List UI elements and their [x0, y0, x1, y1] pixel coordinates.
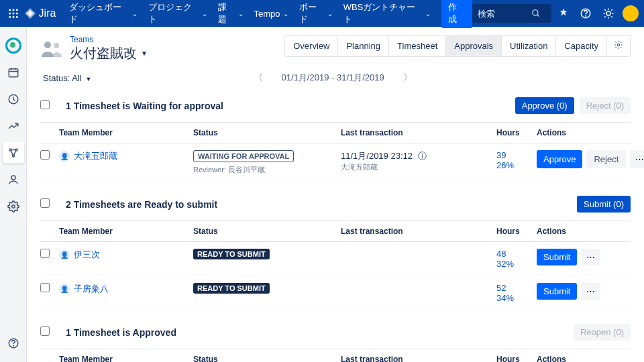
- table-row: 👤伊三次 READY TO SUBMIT 4832% Submit⋯: [40, 242, 631, 276]
- sidebar-help-icon[interactable]: [3, 333, 24, 354]
- section-select-all-checkbox[interactable]: [40, 326, 50, 336]
- member-link[interactable]: 👤大滝五郎蔵: [59, 150, 193, 162]
- transaction-date: 11/1月/2019 23:12ⓘ: [341, 150, 496, 162]
- svg-point-29: [54, 43, 59, 48]
- user-avatar[interactable]: [623, 5, 639, 21]
- hours-percent[interactable]: 26%: [496, 160, 537, 170]
- row-action-button[interactable]: Reject: [586, 150, 626, 168]
- member-link[interactable]: 👤子房粂八: [59, 283, 193, 295]
- nav-item[interactable]: プロジェクト⌄: [143, 0, 213, 27]
- search-icon: [531, 9, 541, 18]
- col-header-status: Status: [193, 355, 341, 362]
- section-action-button: Reopen (0): [574, 324, 631, 341]
- more-actions-button[interactable]: ⋯: [581, 283, 600, 300]
- section-select-all-checkbox[interactable]: [40, 198, 50, 208]
- col-header-status: Status: [193, 227, 341, 236]
- svg-line-10: [537, 15, 539, 17]
- section-action-button[interactable]: Submit (0): [577, 196, 631, 213]
- tabs: OverviewPlanningTimesheetApprovalsUtiliz…: [284, 35, 631, 57]
- col-header-member: Team Member: [59, 227, 193, 236]
- sidebar-reports-icon[interactable]: [3, 115, 24, 137]
- tab-capacity[interactable]: Capacity: [556, 36, 607, 56]
- row-checkbox[interactable]: [40, 283, 50, 292]
- notifications-icon[interactable]: [553, 3, 574, 24]
- team-name-dropdown[interactable]: 火付盗賊改 ▼: [70, 44, 148, 62]
- col-header-trans: Last transaction: [341, 128, 496, 137]
- table-header: Team Member Status Last transaction Hour…: [40, 221, 631, 242]
- info-icon[interactable]: ⓘ: [418, 151, 427, 161]
- svg-point-27: [13, 345, 13, 346]
- team-name-label: 火付盗賊改: [70, 44, 137, 62]
- section-select-all-checkbox[interactable]: [40, 100, 50, 109]
- nav-item-label: WBSガントチャート: [343, 1, 423, 25]
- svg-point-28: [44, 42, 51, 48]
- table-header: Team Member Status Last transaction Hour…: [40, 349, 631, 362]
- section-title: 1 Timesheet is Approved: [66, 327, 574, 338]
- section-title: 2 Timesheets are Ready to submit: [66, 199, 577, 210]
- section: 1 Timesheet is Approved Reopen (0) Team …: [40, 320, 631, 362]
- member-link[interactable]: 👤伊三次: [59, 249, 193, 261]
- more-actions-button[interactable]: ⋯: [630, 150, 644, 168]
- hours-value[interactable]: 39: [496, 150, 537, 160]
- row-action-button[interactable]: Submit: [537, 283, 577, 300]
- hours-percent[interactable]: 32%: [496, 259, 537, 269]
- hours-value[interactable]: 48: [496, 249, 537, 259]
- col-header-trans: Last transaction: [341, 355, 496, 362]
- help-icon[interactable]: [575, 3, 596, 24]
- more-actions-button[interactable]: ⋯: [581, 249, 600, 265]
- chevron-down-icon: ▼: [141, 50, 148, 57]
- transaction-user: 大滝五郎蔵: [341, 162, 496, 172]
- next-period-button[interactable]: 〉: [403, 72, 413, 84]
- chevron-down-icon: ⌄: [202, 10, 207, 17]
- row-action-button[interactable]: Submit: [537, 249, 577, 265]
- svg-point-0: [9, 9, 11, 11]
- sidebar-accounts-icon[interactable]: [3, 169, 24, 190]
- status-filter-dropdown[interactable]: Status: All ▼: [43, 73, 91, 83]
- nav-item-label: 課題: [218, 1, 235, 25]
- row-checkbox[interactable]: [40, 150, 50, 160]
- sidebar-settings-icon[interactable]: [3, 196, 24, 217]
- gear-icon: [614, 40, 623, 50]
- search-input[interactable]: [478, 9, 531, 19]
- prev-period-button[interactable]: 〈: [254, 72, 263, 84]
- sidebar-status-icon[interactable]: [3, 35, 24, 56]
- chevron-down-icon: ⌄: [327, 10, 333, 17]
- chevron-down-icon: ⌄: [132, 10, 138, 17]
- member-avatar-icon: 👤: [59, 249, 70, 260]
- search-box[interactable]: [472, 4, 551, 23]
- tab-planning[interactable]: Planning: [338, 36, 389, 56]
- tab-settings-gear[interactable]: [607, 36, 630, 56]
- tab-utilization[interactable]: Utilization: [502, 36, 556, 56]
- nav-item[interactable]: Tempo⌄: [249, 0, 294, 27]
- tab-overview[interactable]: Overview: [285, 36, 338, 56]
- sidebar-teams-icon[interactable]: [3, 142, 24, 164]
- nav-item[interactable]: WBSガントチャート⌄: [338, 0, 436, 27]
- row-action-button[interactable]: Approve: [537, 150, 582, 168]
- svg-rect-13: [9, 69, 18, 77]
- nav-item[interactable]: ボード⌄: [294, 0, 338, 27]
- row-checkbox[interactable]: [40, 249, 50, 258]
- jira-logo[interactable]: Jira: [24, 7, 56, 19]
- sidebar-calendar-icon[interactable]: [3, 62, 24, 83]
- app-switcher-icon[interactable]: [5, 5, 21, 21]
- main-content: Teams 火付盗賊改 ▼ OverviewPlanningTimesheetA…: [27, 27, 644, 362]
- tab-timesheet[interactable]: Timesheet: [389, 36, 446, 56]
- status-badge: WAITING FOR APPROVAL: [193, 150, 294, 162]
- status-badge: READY TO SUBMIT: [193, 249, 270, 259]
- nav-item-label: ダッシュボード: [69, 1, 129, 25]
- col-header-hours: Hours: [496, 227, 537, 236]
- svg-point-12: [586, 15, 586, 16]
- section-action-button[interactable]: Approve (0): [515, 97, 574, 114]
- breadcrumb[interactable]: Teams: [70, 35, 148, 44]
- settings-icon[interactable]: [598, 3, 619, 24]
- nav-item[interactable]: 課題⌄: [213, 0, 248, 27]
- hours-percent[interactable]: 34%: [496, 293, 537, 303]
- create-button[interactable]: 作成: [441, 0, 472, 28]
- svg-point-3: [9, 13, 11, 15]
- col-header-member: Team Member: [59, 355, 193, 362]
- sidebar-activity-icon[interactable]: [3, 88, 24, 110]
- chevron-down-icon: ⌄: [425, 10, 431, 17]
- tab-approvals[interactable]: Approvals: [446, 36, 502, 56]
- hours-value[interactable]: 52: [496, 283, 537, 293]
- nav-item[interactable]: ダッシュボード⌄: [64, 0, 142, 27]
